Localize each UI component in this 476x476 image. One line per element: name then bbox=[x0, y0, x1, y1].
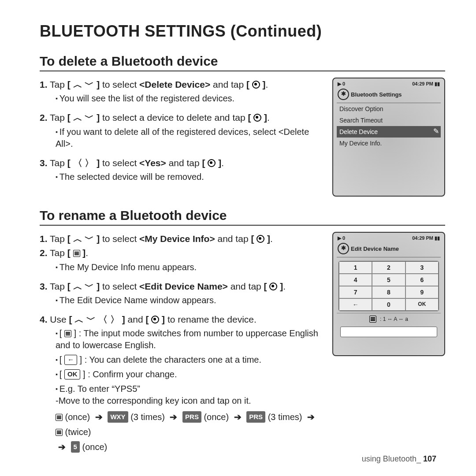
note-mode: [ ] : The input mode switches from numbe… bbox=[56, 327, 323, 351]
step-3-note: The selected device will be removed. bbox=[56, 171, 323, 183]
divider bbox=[40, 71, 445, 71]
keypad-key: 8 bbox=[372, 286, 405, 298]
r-step-3: 3. Tap [ ︿ ﹀ ] to select <Edit Device Na… bbox=[40, 280, 323, 293]
ok-key: OK bbox=[64, 369, 81, 379]
menu-icon bbox=[64, 330, 71, 337]
rename-steps: 1. Tap [ ︿ ﹀ ] to select <My Device Info… bbox=[40, 232, 323, 455]
page-title: BLUETOOTH SETTINGS (Continued) bbox=[40, 22, 445, 41]
keypad-key: 0 bbox=[372, 298, 405, 311]
section-heading-delete: To delete a Bluetooth device bbox=[40, 54, 445, 69]
step-2: 2. Tap [ ︿ ﹀ ] to select a device to del… bbox=[40, 112, 323, 124]
key-sequence: (once) ➔ WXY (3 times) ➔ PRS (once) ➔ PR… bbox=[56, 409, 323, 454]
keypad-key: 2 bbox=[372, 261, 405, 274]
status-time: 04:29 PM ▮▮ bbox=[412, 81, 440, 87]
note-ok: [ OK ] : Confirm your change. bbox=[56, 368, 323, 380]
keypad-key: 6 bbox=[405, 274, 439, 286]
back-key: ← bbox=[64, 355, 77, 364]
select-icon bbox=[208, 159, 216, 167]
keypad-key: OK bbox=[405, 298, 439, 311]
keypad-key: 5 bbox=[372, 274, 405, 286]
step-1: 1. Tap [ ︿ ﹀ ] to select <Delete Device>… bbox=[40, 78, 323, 91]
select-icon bbox=[253, 114, 261, 122]
note-back: [ ← ] : You can delete the characters on… bbox=[56, 354, 323, 366]
device-screenshot-keypad: ▶ 0 04:29 PM ▮▮ ✱ Edit Device Name 12345… bbox=[332, 232, 445, 356]
menu-icon bbox=[73, 250, 80, 257]
step-1-note: You will see the list of the registered … bbox=[56, 93, 323, 104]
device-title: Bluetooth Settings bbox=[351, 91, 402, 98]
eraser-icon: ✎ bbox=[433, 127, 439, 135]
page-footer: using Bluetooth_ 107 bbox=[362, 454, 436, 464]
r-step-1: 1. Tap [ ︿ ﹀ ] to select <My Device Info… bbox=[40, 233, 323, 245]
keypad-key: 4 bbox=[339, 274, 372, 286]
menu-item: Discover Option bbox=[337, 103, 441, 115]
divider bbox=[40, 225, 445, 226]
keypad-key: 9 bbox=[405, 286, 439, 298]
menu-icon bbox=[56, 414, 63, 421]
delete-steps: 1. Tap [ ︿ ﹀ ] to select <Delete Device>… bbox=[40, 78, 323, 190]
keypad-key: 3 bbox=[405, 261, 439, 274]
mode-indicator: : 1 ↔ A ↔ a bbox=[380, 316, 408, 322]
keypad-key: 1 bbox=[339, 261, 372, 274]
menu-icon bbox=[369, 316, 376, 323]
device-screenshot-settings: ▶ 0 04:29 PM ▮▮ ✱ Bluetooth Settings Dis… bbox=[332, 78, 445, 197]
status-time: 04:29 PM ▮▮ bbox=[412, 235, 440, 241]
step-2-note: If you want to delete all of the registe… bbox=[56, 126, 323, 150]
key-wxy: WXY bbox=[108, 411, 128, 423]
menu-icon bbox=[56, 429, 63, 436]
status-left: ▶ 0 bbox=[338, 81, 345, 87]
device-title: Edit Device Name bbox=[351, 245, 399, 252]
name-input bbox=[340, 327, 437, 337]
r-step-2-note: The My Device Info menu appears. bbox=[56, 261, 323, 273]
key-prs: PRS bbox=[246, 411, 265, 423]
r-step-2: 2. Tap [ ]. bbox=[40, 247, 323, 259]
select-icon bbox=[269, 283, 277, 290]
menu-item: My Device Info. bbox=[337, 138, 441, 149]
select-icon bbox=[252, 81, 260, 89]
menu-item: Search Timeout bbox=[337, 115, 441, 126]
keypad-key: 7 bbox=[339, 286, 372, 298]
note-example: E.g. To enter “YPS5” -Move to the corres… bbox=[56, 383, 323, 407]
bluetooth-icon: ✱ bbox=[338, 89, 349, 100]
key-5: 5 bbox=[71, 441, 80, 453]
keypad-key: ← bbox=[339, 298, 372, 311]
select-icon bbox=[151, 316, 159, 324]
key-prs: PRS bbox=[182, 411, 201, 423]
step-3: 3. Tap [ 〈 〉 ] to select <Yes> and tap [… bbox=[40, 157, 323, 169]
r-step-4: 4. Use [ ︿ ﹀ 〈 〉 ] and [ ] to rename the… bbox=[40, 313, 323, 326]
select-icon bbox=[257, 235, 264, 243]
section-heading-rename: To rename a Bluetooth device bbox=[40, 208, 445, 223]
status-left: ▶ 0 bbox=[338, 235, 345, 241]
menu-item: Delete Device✎ bbox=[337, 126, 441, 138]
bluetooth-icon: ✱ bbox=[338, 243, 349, 254]
r-step-3-note: The Edit Device Name window appears. bbox=[56, 294, 323, 306]
